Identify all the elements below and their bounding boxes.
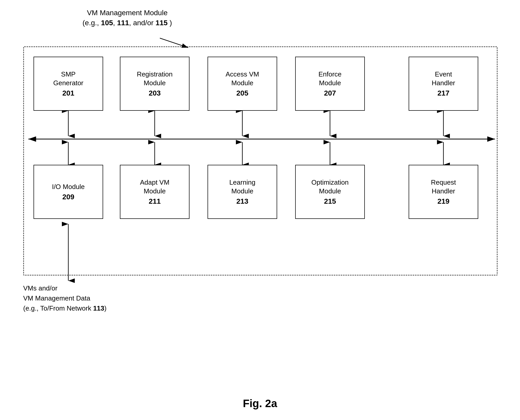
module-adapt-vm-num: 211 [149,197,161,205]
module-adapt-vm: Adapt VMModule 211 [120,165,189,219]
fig-caption: Fig. 2a [243,397,277,410]
module-event-handler-num: 217 [438,89,450,97]
vms-line3: (e.g., To/From Network 113) [23,304,106,312]
module-optimization-name: OptimizationModule [311,178,349,196]
module-access-vm-num: 205 [236,89,249,97]
module-registration-name: RegistrationModule [137,70,173,88]
vms-line2: VM Management Data [23,294,90,302]
module-event-handler: EventHandler 217 [409,57,478,111]
vm-mgmt-line2-pre: (e.g., 105, 111, and/or 115 ) [82,19,172,27]
vms-label: VMs and/or VM Management Data (e.g., To/… [23,283,106,407]
module-smp-generator: SMPGenerator 201 [34,57,103,111]
module-access-vm-name: Access VMModule [226,70,259,88]
module-learning-name: LearningModule [229,178,255,196]
module-learning-num: 213 [236,197,249,205]
module-optimization-num: 215 [324,197,336,205]
module-adapt-vm-name: Adapt VMModule [140,178,169,196]
module-optimization: OptimizationModule 215 [295,165,365,219]
module-enforce-name: EnforceModule [318,70,342,88]
module-access-vm: Access VMModule 205 [208,57,277,111]
module-request-handler-num: 219 [438,197,450,205]
vm-mgmt-line1: VM Management Module [87,9,168,17]
module-enforce: EnforceModule 207 [295,57,365,111]
vm-mgmt-label: VM Management Module (e.g., 105, 111, an… [82,8,172,28]
module-io-num: 209 [62,193,75,201]
vms-line1: VMs and/or [23,284,57,292]
diagram-container: VM Management Module (e.g., 105, 111, an… [0,0,520,420]
module-registration: RegistrationModule 203 [120,57,189,111]
module-learning: LearningModule 213 [208,165,277,219]
module-io: I/O Module 209 [34,165,103,219]
module-registration-num: 203 [149,89,161,97]
module-io-name: I/O Module [52,183,85,191]
module-smp-generator-num: 201 [62,89,75,97]
module-enforce-num: 207 [324,89,336,97]
module-request-handler: RequestHandler 219 [409,165,478,219]
module-event-handler-name: EventHandler [432,70,455,88]
module-request-handler-name: RequestHandler [431,178,456,196]
module-smp-generator-name: SMPGenerator [53,70,83,88]
